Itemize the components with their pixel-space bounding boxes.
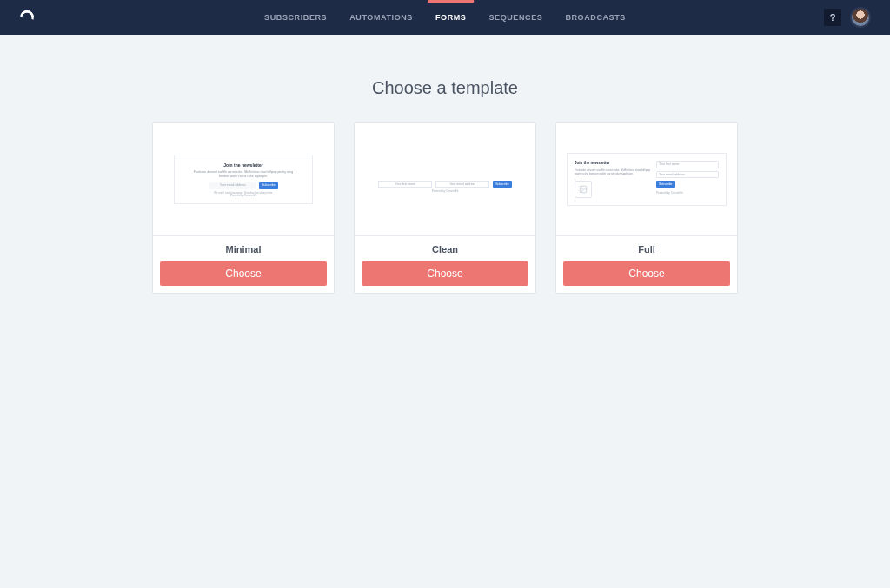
page-title: Choose a template [0, 78, 890, 98]
preview-description: Fruitcake dessert souffle carrot cake. M… [575, 168, 651, 176]
template-card-full[interactable]: Join the newsletter Fruitcake dessert so… [555, 122, 738, 294]
template-preview: Your first name Your email address Subsc… [355, 123, 535, 236]
preview-title: Join the newsletter [575, 161, 651, 166]
preview-name-input: Your first name [378, 181, 432, 188]
logo-icon [19, 10, 35, 25]
image-placeholder-icon [575, 181, 592, 198]
preview-subscribe-button: Subscribe [493, 181, 512, 188]
brand-logo[interactable] [19, 10, 35, 25]
preview-email-input: Your email address [209, 182, 256, 189]
preview-powered-by: Powered by ConvertKit [374, 190, 516, 194]
main-content: Choose a template Join the newsletter Fr… [0, 35, 890, 294]
preview-subscribe-button: Subscribe [259, 182, 278, 189]
preview-email-input: Your email address [435, 181, 489, 188]
template-card-clean[interactable]: Your first name Your email address Subsc… [354, 122, 536, 294]
choose-clean-button[interactable]: Choose [362, 261, 528, 286]
help-button[interactable]: ? [824, 9, 841, 26]
nav-broadcasts[interactable]: BROADCASTS [554, 0, 637, 35]
template-grid: Join the newsletter Fruitcake dessert so… [0, 122, 890, 294]
primary-nav: SUBSCRIBERS AUTOMATIONS FORMS SEQUENCES … [253, 0, 637, 35]
form-preview-full: Join the newsletter Fruitcake dessert so… [567, 153, 727, 206]
template-preview: Join the newsletter Fruitcake dessert so… [556, 123, 737, 236]
nav-subscribers[interactable]: SUBSCRIBERS [253, 0, 338, 35]
choose-minimal-button[interactable]: Choose [160, 261, 327, 286]
top-navbar: SUBSCRIBERS AUTOMATIONS FORMS SEQUENCES … [0, 0, 890, 35]
svg-point-4 [581, 188, 583, 189]
choose-full-button[interactable]: Choose [563, 261, 730, 286]
user-avatar[interactable] [850, 7, 871, 28]
template-card-minimal[interactable]: Join the newsletter Fruitcake dessert so… [152, 122, 335, 294]
preview-name-input: Your first name [656, 161, 719, 168]
template-name: Clean [355, 236, 535, 261]
form-preview-clean: Your first name Your email address Subsc… [365, 158, 525, 201]
nav-forms[interactable]: FORMS [424, 0, 478, 35]
form-preview-minimal: Join the newsletter Fruitcake dessert so… [174, 155, 313, 205]
nav-sequences[interactable]: SEQUENCES [477, 0, 554, 35]
template-name: Full [556, 236, 737, 261]
preview-title: Join the newsletter [189, 162, 298, 168]
preview-powered-by: Powered by ConvertKit [189, 195, 298, 198]
preview-email-input: Your email address [656, 171, 719, 179]
navbar-right: ? [824, 7, 871, 28]
template-preview: Join the newsletter Fruitcake dessert so… [153, 123, 334, 236]
nav-automations[interactable]: AUTOMATIONS [338, 0, 424, 35]
preview-powered-by: Powered by ConvertKit [656, 192, 719, 195]
template-name: Minimal [153, 236, 334, 261]
preview-subscribe-button: Subscribe [656, 181, 675, 188]
preview-description: Fruitcake dessert souffle carrot cake. M… [189, 170, 298, 179]
